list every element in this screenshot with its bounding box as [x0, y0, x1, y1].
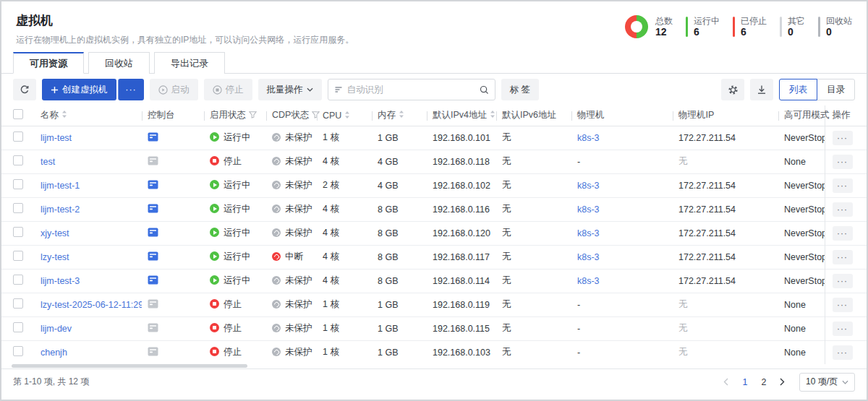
tag-button[interactable]: 标 签: [501, 79, 539, 100]
host-link[interactable]: k8s-3: [577, 228, 600, 238]
host-link[interactable]: k8s-3: [577, 133, 600, 143]
page-2-button[interactable]: 2: [756, 374, 772, 390]
vm-name-link[interactable]: xjy-test: [41, 228, 69, 238]
row-actions-button[interactable]: ···: [833, 155, 853, 169]
vm-name-link[interactable]: lijm-test-1: [41, 181, 80, 191]
tab-export-records[interactable]: 导出记录: [154, 52, 225, 74]
toolbar-right: 列表 目录: [721, 79, 855, 100]
host-link[interactable]: k8s-3: [577, 276, 600, 286]
chevron-down-icon: [842, 380, 848, 384]
row-checkbox[interactable]: [13, 155, 23, 165]
row-checkbox[interactable]: [13, 298, 23, 309]
console-icon[interactable]: [148, 299, 158, 309]
view-list-button[interactable]: 列表: [779, 79, 817, 100]
status-label: 停止: [224, 156, 242, 166]
console-icon[interactable]: [148, 251, 158, 261]
select-all-checkbox[interactable]: [13, 109, 23, 119]
mem-cell: 8 GB: [372, 221, 427, 245]
filter-funnel-icon[interactable]: [249, 111, 257, 118]
row-actions-button[interactable]: ···: [833, 322, 853, 336]
console-icon[interactable]: [148, 323, 158, 332]
console-icon[interactable]: [148, 156, 158, 165]
cdp-status-icon: [272, 324, 281, 332]
host-link[interactable]: k8s-3: [577, 204, 600, 215]
next-page-button[interactable]: [775, 374, 791, 390]
export-button[interactable]: [750, 79, 773, 100]
search-box: [328, 79, 495, 100]
vm-name-link[interactable]: lijm-test: [41, 133, 72, 143]
search-input[interactable]: [347, 85, 475, 95]
vm-name-link[interactable]: lzy-test-2025-06-12-11:29:00: [41, 300, 142, 310]
console-icon[interactable]: [148, 132, 158, 142]
page-subtitle: 运行在物理机上的虚拟机实例，具有独立的IP地址，可以访问公共网络，运行应用服务。: [16, 34, 354, 46]
tab-recycle-bin[interactable]: 回收站: [88, 52, 150, 74]
plus-icon: [51, 86, 59, 94]
tab-available-resources[interactable]: 可用资源: [13, 52, 84, 74]
stat-stopped-bar: [733, 17, 735, 37]
row-checkbox[interactable]: [13, 251, 23, 261]
prev-page-button[interactable]: [718, 374, 734, 390]
table-row: lijm-test-2 运行中 未保护 4 核 8 GB 192.168.0.1…: [1, 197, 868, 221]
vm-name-link[interactable]: test: [41, 157, 55, 167]
row-checkbox[interactable]: [13, 203, 23, 213]
stop-circle-icon: [213, 85, 222, 95]
host-ip-cell: 无: [673, 316, 778, 340]
stat-recycle-value: 0: [826, 26, 852, 38]
console-icon[interactable]: [148, 204, 158, 213]
page-1-button[interactable]: 1: [737, 374, 753, 390]
sort-icon[interactable]: [490, 110, 495, 118]
row-actions-button[interactable]: ···: [833, 178, 853, 193]
page-size-select[interactable]: 10 项/页: [799, 373, 855, 392]
host-link[interactable]: k8s-3: [577, 252, 600, 262]
host-link[interactable]: -: [577, 157, 580, 167]
row-actions-button[interactable]: ···: [833, 202, 853, 217]
ipv4-cell: 192.168.0.101: [427, 126, 496, 150]
ipv4-cell: 192.168.0.120: [427, 221, 496, 245]
cdp-label: 未保护: [285, 299, 312, 309]
view-catalog-button[interactable]: 目录: [817, 79, 855, 100]
refresh-button[interactable]: [13, 79, 36, 100]
page-header: 虚拟机 运行在物理机上的虚拟机实例，具有独立的IP地址，可以访问公共网络，运行应…: [1, 1, 867, 49]
row-checkbox[interactable]: [13, 275, 23, 285]
host-link[interactable]: k8s-3: [577, 181, 600, 191]
host-link[interactable]: -: [577, 300, 580, 310]
row-checkbox[interactable]: [13, 346, 23, 356]
row-actions-button[interactable]: ···: [833, 274, 853, 288]
console-icon[interactable]: [148, 275, 158, 285]
search-icon[interactable]: [480, 85, 489, 95]
vm-name-link[interactable]: lijm-test-2: [41, 204, 80, 215]
stop-button[interactable]: 停止: [204, 79, 252, 100]
start-button[interactable]: 启动: [150, 79, 198, 100]
table-row: xjy-test 运行中 未保护 4 核 8 GB 192.168.0.120 …: [1, 221, 868, 245]
ipv4-cell: 192.168.0.114: [427, 269, 496, 293]
column-settings-button[interactable]: [721, 79, 744, 100]
row-checkbox[interactable]: [13, 179, 23, 189]
mem-cell: 1 GB: [372, 293, 427, 316]
ha-mode-cell: NeverStop: [778, 173, 825, 197]
batch-actions-button[interactable]: 批量操作: [258, 79, 322, 100]
vm-name-link[interactable]: lijm-test-3: [41, 276, 80, 286]
vm-name-link[interactable]: lijm-dev: [41, 324, 72, 334]
console-icon[interactable]: [148, 347, 158, 356]
row-actions-button[interactable]: ···: [833, 298, 853, 312]
console-icon[interactable]: [148, 228, 158, 237]
vm-name-link[interactable]: chenjh: [41, 348, 67, 358]
create-vm-button[interactable]: 创建虚拟机: [42, 79, 116, 100]
row-actions-button[interactable]: ···: [833, 345, 853, 360]
console-icon[interactable]: [148, 180, 158, 189]
create-more-button[interactable]: ···: [118, 79, 144, 100]
host-link[interactable]: -: [577, 324, 580, 334]
row-actions-button[interactable]: ···: [833, 226, 853, 241]
row-actions-button[interactable]: ···: [833, 250, 853, 264]
sort-icon[interactable]: [399, 110, 404, 118]
host-link[interactable]: -: [577, 348, 580, 358]
row-checkbox[interactable]: [13, 131, 23, 142]
sort-icon[interactable]: [61, 110, 67, 118]
row-checkbox[interactable]: [13, 322, 23, 332]
sort-icon[interactable]: [344, 111, 350, 119]
row-actions-button[interactable]: ···: [833, 131, 853, 145]
vm-name-link[interactable]: lzy-test: [41, 252, 69, 262]
row-checkbox[interactable]: [13, 227, 23, 237]
cpu-cell: 4 核: [317, 269, 372, 293]
horizontal-scrollbar-thumb[interactable]: [12, 364, 247, 368]
